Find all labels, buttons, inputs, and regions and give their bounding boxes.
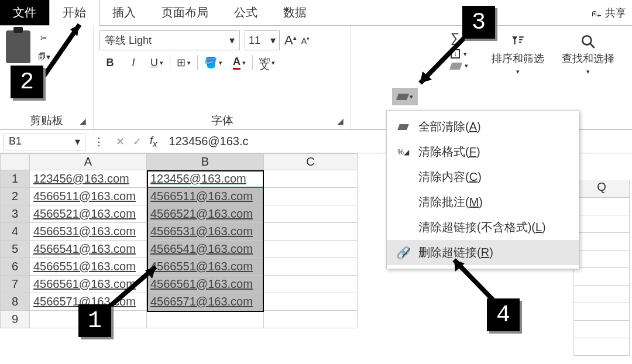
grow-font-icon[interactable]: A▴: [284, 33, 297, 48]
sort-filter-button[interactable]: 排序和筛选 ▾: [492, 34, 544, 75]
row-header[interactable]: 9: [1, 311, 30, 328]
cell[interactable]: 123456@163.com: [147, 170, 264, 188]
find-select-label: 查找和选择: [562, 53, 614, 64]
menu-clear-formats[interactable]: %◢ 清除格式(F): [387, 139, 579, 164]
cell[interactable]: 4566541@163.com: [30, 241, 147, 258]
sort-filter-icon: [510, 34, 525, 49]
menu-label: 清除格式(F): [418, 144, 480, 160]
chevron-down-icon: ▾: [229, 34, 235, 47]
chevron-down-icon: ▾: [75, 135, 80, 148]
tab-formulas[interactable]: 公式: [221, 0, 270, 25]
cell[interactable]: [264, 276, 358, 293]
col-header-Q[interactable]: Q: [574, 180, 629, 198]
chevron-down-icon: ▾: [242, 59, 246, 67]
row-header[interactable]: 8: [1, 293, 30, 311]
bold-button[interactable]: B: [99, 53, 121, 73]
font-name-select[interactable]: 等线 Light ▾: [99, 30, 240, 50]
enter-formula-icon[interactable]: ✓: [133, 135, 142, 148]
unlink-icon: 🔗̸: [396, 246, 411, 260]
cell[interactable]: 4566511@163.com: [147, 188, 264, 205]
col-header-B[interactable]: B: [147, 154, 264, 170]
cell[interactable]: 123456@163.com: [30, 170, 147, 188]
cell[interactable]: 4566511@163.com: [30, 188, 147, 205]
bold-label: B: [107, 57, 114, 69]
cell[interactable]: 4566531@163.com: [30, 223, 147, 241]
find-select-button[interactable]: 查找和选择 ▾: [562, 34, 614, 75]
menu-label: 清除超链接(不含格式)(L): [418, 219, 546, 235]
cell[interactable]: [264, 241, 358, 258]
cell[interactable]: [264, 293, 358, 311]
row-header[interactable]: 2: [1, 188, 30, 205]
person-plus-icon: ⩀₊: [592, 7, 602, 19]
name-box[interactable]: B1 ▾: [4, 133, 85, 150]
cell[interactable]: 4566531@163.com: [147, 223, 264, 241]
row-header[interactable]: 6: [1, 258, 30, 276]
cell[interactable]: [264, 188, 358, 205]
chevron-down-icon: ▾: [219, 59, 222, 67]
tab-page-layout[interactable]: 页面布局: [149, 0, 221, 25]
cell[interactable]: [264, 170, 358, 188]
font-color-icon: A: [233, 56, 241, 70]
phonetic-button[interactable]: wén文 ▾: [255, 53, 279, 73]
annotation-arrow-2: [35, 12, 94, 82]
cell[interactable]: [264, 205, 358, 223]
borders-icon: ⊞: [177, 56, 186, 69]
cell[interactable]: 4566541@163.com: [147, 241, 264, 258]
tab-insert[interactable]: 插入: [99, 0, 149, 25]
row-header[interactable]: 7: [1, 276, 30, 293]
select-all-corner[interactable]: [1, 154, 30, 170]
cancel-formula-icon[interactable]: ✕: [116, 135, 125, 148]
row-header[interactable]: 4: [1, 223, 30, 241]
col-Q-fragment: Q: [573, 180, 630, 356]
font-color-button[interactable]: A▾: [229, 53, 250, 73]
percent-eraser-icon: %◢: [397, 148, 409, 156]
namebox-resize[interactable]: ⋮: [89, 135, 110, 148]
cell[interactable]: [264, 258, 358, 276]
menu-label: 清除内容(C): [418, 169, 482, 185]
row-header[interactable]: 3: [1, 205, 30, 223]
dialog-launcher-icon[interactable]: ◢: [80, 116, 86, 126]
group-clipboard-label: 剪贴板: [30, 114, 63, 126]
chevron-down-icon: ▾: [270, 34, 276, 47]
menu-label: 清除批注(M): [418, 194, 483, 210]
borders-button[interactable]: ⊞▾: [173, 53, 195, 73]
chevron-down-icon: ▾: [586, 68, 590, 75]
search-icon: [581, 34, 596, 49]
svg-point-0: [582, 36, 591, 44]
menu-clear-all[interactable]: 全部清除(A): [387, 114, 579, 139]
menu-clear-contents[interactable]: 清除内容(C): [387, 164, 579, 190]
shrink-font-icon[interactable]: A▾: [301, 36, 310, 46]
paste-button[interactable]: [6, 30, 30, 63]
menu-clear-hyperlinks[interactable]: 清除超链接(不含格式)(L): [387, 215, 579, 240]
menu-tabs: 文件 开始 插入 页面布局 公式 数据 ⩀₊ 共享: [0, 0, 632, 26]
fill-color-button[interactable]: 🪣▾: [200, 53, 226, 73]
col-header-A[interactable]: A: [30, 154, 147, 170]
svg-line-1: [590, 43, 595, 48]
share-button[interactable]: ⩀₊ 共享: [592, 6, 626, 20]
font-size-select[interactable]: 11 ▾: [245, 30, 280, 50]
font-size-value: 11: [249, 35, 260, 47]
cell[interactable]: 4566521@163.com: [30, 205, 147, 223]
chevron-down-icon: ▾: [187, 59, 191, 67]
annotation-step-1: 1: [78, 304, 111, 337]
italic-button[interactable]: I: [123, 53, 144, 73]
name-box-value: B1: [9, 135, 22, 147]
dialog-launcher-icon[interactable]: ◢: [337, 116, 344, 126]
fx-icon[interactable]: fx: [150, 135, 157, 149]
bucket-icon: 🪣: [204, 56, 217, 69]
chevron-down-icon: ▾: [272, 59, 275, 67]
cell[interactable]: 4566521@163.com: [147, 205, 264, 223]
chevron-down-icon: ▾: [160, 59, 163, 67]
annotation-arrow-3: [410, 29, 474, 94]
phonetic-bottom: 文: [259, 63, 270, 68]
menu-clear-comments[interactable]: 清除批注(M): [387, 190, 579, 215]
underline-button[interactable]: U▾: [146, 53, 167, 73]
menu-label: 全部清除(A): [418, 119, 481, 135]
italic-label: I: [132, 57, 135, 69]
cell[interactable]: [264, 311, 358, 328]
row-header[interactable]: 1: [1, 170, 30, 188]
tab-data[interactable]: 数据: [270, 0, 320, 25]
col-header-C[interactable]: C: [264, 154, 358, 170]
row-header[interactable]: 5: [1, 241, 30, 258]
cell[interactable]: [264, 223, 358, 241]
